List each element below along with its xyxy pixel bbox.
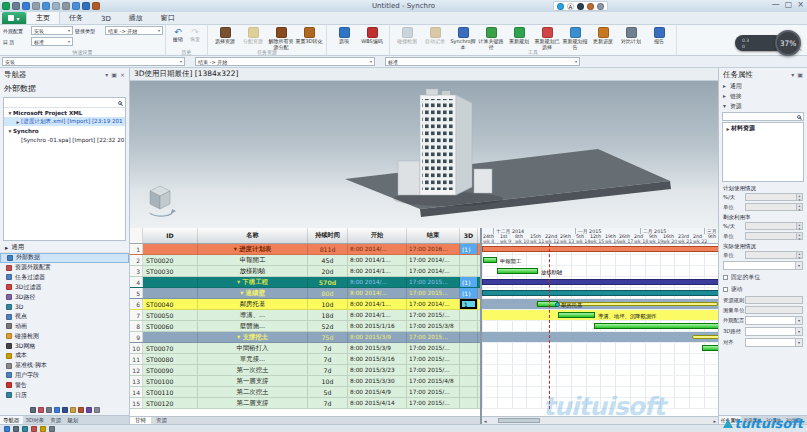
field-input[interactable]: ▴▾ bbox=[745, 251, 803, 259]
cell-3d[interactable] bbox=[460, 398, 478, 408]
more-icon[interactable] bbox=[94, 407, 100, 413]
gantt-bar[interactable] bbox=[497, 268, 538, 274]
measure-icon[interactable] bbox=[40, 426, 46, 432]
window-layout-icon[interactable] bbox=[82, 2, 90, 10]
table-row[interactable]: 8ST00060壁體施...52d8:00 2015/1/1617:00 201… bbox=[130, 321, 480, 332]
field-input[interactable]: ▴▾ bbox=[745, 193, 803, 201]
ribbon-tab-task[interactable]: 任务 bbox=[60, 11, 92, 24]
column-header-5[interactable]: 3D bbox=[460, 228, 478, 243]
tools-critical-path-button[interactable]: 计算关键路径 bbox=[477, 26, 505, 50]
cell-3d[interactable]: 1 bbox=[460, 299, 478, 309]
scroll-left-icon[interactable]: ◂ bbox=[484, 417, 487, 424]
appearance-profile-select[interactable]: ▾ bbox=[745, 316, 803, 325]
synchro-logo-icon[interactable] bbox=[2, 2, 10, 10]
rotate-icon[interactable] bbox=[31, 426, 37, 432]
field-input[interactable]: ▴▾ bbox=[745, 203, 803, 211]
window-split-icon[interactable] bbox=[72, 2, 80, 10]
sidebar-item-calendars[interactable]: 日历 bbox=[0, 390, 129, 400]
cell-3d[interactable] bbox=[460, 343, 478, 353]
tree-item-ms-project-xml[interactable]: ▾Microsoft Project XML bbox=[4, 108, 125, 117]
heart-icon[interactable] bbox=[38, 407, 44, 413]
summary-bracket-bar[interactable] bbox=[692, 335, 718, 339]
grid-icon[interactable] bbox=[46, 407, 52, 413]
props-menu-icon[interactable]: ▾ bbox=[791, 71, 794, 78]
appearance-profile-select[interactable]: 安装▾ bbox=[2, 57, 185, 66]
field-input[interactable]: ▴▾ bbox=[745, 232, 803, 240]
cell-3d[interactable] bbox=[460, 354, 478, 364]
options-options-button[interactable]: 选项 bbox=[330, 26, 358, 45]
scrollbar-thumb[interactable] bbox=[498, 418, 540, 423]
gantt-bar[interactable] bbox=[482, 246, 718, 252]
cell-3d[interactable] bbox=[460, 332, 478, 342]
sidebar-item-3d[interactable]: 3D bbox=[0, 302, 129, 312]
cell-3d[interactable] bbox=[460, 255, 478, 265]
undo-icon[interactable] bbox=[42, 2, 50, 10]
table-row[interactable]: 10ST00070中間樁打入7d8:00 2015/3/917:00 2015/… bbox=[130, 343, 480, 354]
table-row[interactable]: 15ST00120第二層支撐7d8:00 2015/4/1417:00 2015… bbox=[130, 398, 480, 409]
table-row[interactable]: 14ST00110第二次挖土5d8:00 2015/4/917:00 2015/… bbox=[130, 387, 480, 398]
navigator-section-general[interactable]: ▸ 通用 bbox=[0, 243, 129, 253]
language-icon[interactable]: A bbox=[567, 3, 574, 10]
resource-rule-input[interactable] bbox=[745, 296, 803, 304]
theme-icon[interactable] bbox=[587, 3, 594, 10]
tools-report-button[interactable]: 报告 bbox=[645, 26, 673, 50]
panel-tab-3d-objects[interactable]: 3D对象 bbox=[23, 416, 48, 424]
link-type-select[interactable]: 结束 -> 开始▾ bbox=[105, 26, 163, 35]
panel-tab-plan[interactable]: 规划 bbox=[64, 416, 81, 424]
list-icon[interactable] bbox=[30, 407, 36, 413]
taskres-reset-3d-button[interactable]: 重置3D转化 bbox=[295, 26, 323, 50]
gantt-bar[interactable] bbox=[483, 257, 497, 263]
ribbon-tab-home[interactable]: 主页 bbox=[26, 10, 60, 24]
cell-3d[interactable] bbox=[460, 266, 478, 276]
props-section-links[interactable]: ▸链接 bbox=[719, 91, 807, 101]
column-header-2[interactable]: 持续时间 bbox=[308, 228, 348, 243]
table-tab-gantt[interactable]: 甘特 bbox=[130, 417, 151, 424]
options-wbs-code-button[interactable]: WBS编码 bbox=[358, 26, 386, 45]
3d-viewport[interactable] bbox=[130, 81, 718, 228]
sidebar-item-costs[interactable]: 成本 bbox=[0, 351, 129, 361]
menu-icon[interactable] bbox=[12, 2, 20, 10]
tree-item-schedule-xml[interactable]: ▸[进度计划表.xml] [Import] [23:19 201 bbox=[4, 117, 125, 126]
print-icon[interactable] bbox=[32, 2, 40, 10]
table-row[interactable]: 4▾ 下構工程570d8:00 2014/...17:00 2015...(1) bbox=[130, 277, 480, 288]
save-icon[interactable] bbox=[22, 2, 30, 10]
column-header-0[interactable]: ID bbox=[143, 228, 198, 243]
redo-icon[interactable] bbox=[52, 2, 60, 10]
table-row[interactable]: 3ST00030放樣勘驗20d8:00 2014/1...17:00 2014/… bbox=[130, 266, 480, 277]
gantt-bar[interactable] bbox=[558, 312, 595, 318]
cell-3d[interactable] bbox=[460, 365, 478, 375]
spinner-icon[interactable]: ▴▾ bbox=[796, 252, 802, 258]
sound-icon[interactable] bbox=[86, 407, 92, 413]
resource-profile-select[interactable]: ▾ bbox=[723, 261, 803, 270]
undo-button[interactable]: ↶ 撤销 bbox=[171, 27, 185, 43]
settings-icon[interactable] bbox=[62, 2, 70, 10]
panel-tab-resources[interactable]: 资源 bbox=[47, 416, 64, 424]
panel-tab-navigator[interactable]: 导航器 bbox=[0, 416, 23, 424]
table-tab-resources[interactable]: 资源 bbox=[151, 417, 172, 424]
tree-item-synchro-sp[interactable]: [Synchro -01.spa] [Import] [22:32 20 bbox=[4, 135, 125, 144]
spinner-icon[interactable]: ▴▾ bbox=[796, 204, 802, 210]
sidebar-item-animations[interactable]: 动画 bbox=[0, 322, 129, 332]
file-menu-button[interactable]: ▾ bbox=[2, 12, 26, 24]
tools-reschedule-selected-button[interactable]: 重新规划已选择 bbox=[533, 26, 561, 50]
user-icon[interactable] bbox=[62, 407, 68, 413]
navigator-menu-icon[interactable]: ▾ bbox=[105, 71, 108, 78]
calendar-select[interactable]: 标准▾ bbox=[385, 57, 580, 66]
taskres-select-resources-button[interactable]: 选择资源 bbox=[211, 26, 239, 50]
link-type-select[interactable]: 结束 -> 开始▾ bbox=[195, 57, 375, 66]
column-header-3[interactable]: 开始 bbox=[348, 228, 407, 243]
tools-compare-plan-button[interactable]: 对比计划 bbox=[617, 26, 645, 50]
navigator-pin-icon[interactable]: ▣ bbox=[111, 71, 117, 78]
ribbon-tab-window[interactable]: 窗口 bbox=[152, 11, 184, 24]
doc-icon[interactable] bbox=[54, 407, 60, 413]
sidebar-item-external-data[interactable]: 外部数据 bbox=[0, 253, 129, 263]
gantt-bar[interactable] bbox=[482, 279, 718, 285]
night-mode-icon[interactable] bbox=[577, 3, 584, 10]
table-row[interactable]: 11ST00080單元接...7d8:00 2015/3/1617:00 201… bbox=[130, 354, 480, 365]
table-row[interactable]: 13ST00100第一層支撐10d8:00 2015/3/3017:00 201… bbox=[130, 376, 480, 387]
ribbon-tab-3d[interactable]: 3D bbox=[92, 13, 120, 24]
select-mode-icon[interactable] bbox=[4, 426, 10, 432]
cell-3d[interactable] bbox=[460, 387, 478, 397]
sidebar-item-baselines-scripts[interactable]: 基准线·脚本 bbox=[0, 361, 129, 371]
navigator-close-icon[interactable]: × bbox=[120, 71, 125, 78]
